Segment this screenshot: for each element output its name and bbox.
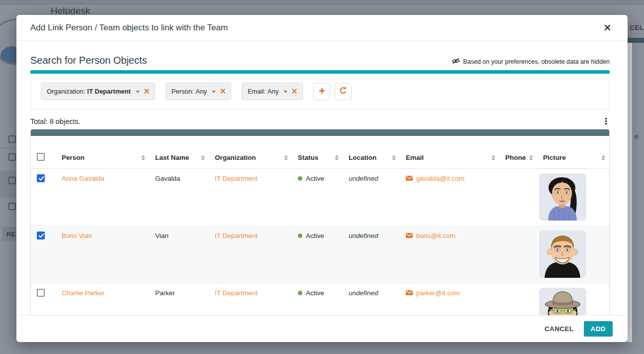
page-scrollbar [628,43,632,342]
status-dot [298,291,302,295]
status-dot [298,176,302,181]
remove-filter-icon[interactable] [220,88,225,95]
avatar-boris [539,231,586,278]
background-top-bar [0,0,644,5]
close-icon[interactable] [602,22,613,33]
background-section-bar [628,38,644,43]
eye-slash-icon [452,58,460,66]
accent-divider [30,70,610,74]
person-link[interactable]: Anna Gavalda [62,175,104,182]
modal-header: Add Link Person / Team objects to link w… [16,15,628,41]
location-cell: undefined [349,289,378,297]
filter-value: Any [196,88,207,95]
column-header-last-name[interactable]: Last Name [150,136,210,169]
cancel-button[interactable]: CANCEL [545,325,574,333]
organization-link[interactable]: IT Department [215,289,258,297]
sort-icon[interactable] [529,155,533,160]
last-name-cell: Parker [155,289,175,297]
location-cell: undefined [349,175,378,182]
kebab-menu-icon[interactable] [602,117,610,125]
caret-down-icon[interactable] [283,91,287,93]
filter-value: Any [268,88,278,95]
sort-icon[interactable] [141,155,145,160]
search-section-title: Search for Person Objects [30,55,147,66]
add-button[interactable]: ADD [584,321,613,337]
filter-panel: Organization: IT Department Person: Any … [30,74,610,110]
filter-label: Email: [248,88,266,95]
row-checkbox[interactable] [37,174,45,182]
refresh-button[interactable] [335,83,352,100]
row-checkbox[interactable] [37,232,45,239]
column-header-organization[interactable]: Organization [210,136,293,169]
organization-link[interactable]: IT Department [215,175,258,182]
add-link-modal: Add Link Person / Team objects to link w… [16,15,628,342]
filter-chip-person[interactable]: Person: Any [166,83,231,100]
filter-label: Person: [172,88,194,95]
column-header-status[interactable]: Status [293,136,344,169]
select-all-checkbox[interactable] [37,153,45,161]
filter-value: IT Department [87,88,130,95]
envelope-icon [406,289,413,297]
status-badge: Active [306,232,324,239]
envelope-icon [406,175,413,182]
email-link[interactable]: parker@it.com [416,289,460,297]
modal-body: Search for Person Objects Based on your … [16,41,628,315]
status-badge: Active [306,289,324,297]
plus-icon: + [319,86,325,97]
person-link[interactable]: Charlie Parker [62,289,104,297]
column-header-email[interactable]: Email [401,136,500,169]
status-dot [298,234,302,238]
table-row: Boris Vian Vian IT Department Active und… [31,226,610,283]
status-badge: Active [306,175,324,182]
sort-icon[interactable] [491,155,495,160]
row-checkbox[interactable] [37,289,45,297]
sort-icon[interactable] [201,155,205,160]
background-divider [0,147,15,148]
add-filter-button[interactable]: + [313,83,330,100]
background-text-fragment: e [635,132,639,140]
organization-link[interactable]: IT Department [215,232,258,239]
person-link[interactable]: Boris Vian [62,232,92,239]
avatar-anna [539,173,586,221]
results-table: Person Last Name Organization Status Loc… [31,136,610,315]
remove-filter-icon[interactable] [292,88,297,95]
envelope-icon [406,232,413,239]
modal-title: Add Link Person / Team objects to link w… [30,23,228,33]
obsolete-note-text: Based on your preferences, obsolete data… [463,58,610,65]
results-table-container: Person Last Name Organization Status Loc… [30,129,610,315]
table-row: Charlie Parker Parker IT Department Acti… [31,283,610,316]
table-top-bar [31,129,609,136]
background-remove-button-partial: RE [2,227,17,241]
table-row: Anna Gavalda Gavalda IT Department Activ… [31,169,610,226]
background-row-highlight [0,171,16,197]
table-header-row: Person Last Name Organization Status Loc… [31,136,610,169]
location-cell: undefined [349,232,378,239]
filter-chip-email[interactable]: Email: Any [242,83,303,100]
last-name-cell: Gavalda [155,175,180,182]
sort-icon[interactable] [601,155,605,160]
background-checkbox [8,135,16,143]
remove-filter-icon[interactable] [144,88,149,95]
column-header-phone[interactable]: Phone [500,136,538,169]
sort-icon[interactable] [335,155,339,160]
background-checkbox [8,203,16,210]
caret-down-icon[interactable] [212,91,216,93]
column-header-picture[interactable]: Picture [538,136,610,169]
sort-icon[interactable] [284,155,288,160]
background-checkbox [8,177,16,184]
background-cancel-button-partial: CEL [630,24,644,31]
email-link[interactable]: gavalda@it.com [416,175,464,182]
filter-chip-organization[interactable]: Organization: IT Department [41,83,155,100]
last-name-cell: Vian [155,232,169,239]
background-checkbox [8,153,16,161]
refresh-icon [339,87,347,96]
modal-footer: CANCEL ADD [16,315,628,342]
filter-label: Organization: [47,88,85,95]
column-header-person[interactable]: Person [57,136,150,169]
avatar-charlie [539,288,586,315]
obsolete-data-note: Based on your preferences, obsolete data… [452,58,610,66]
sort-icon[interactable] [392,155,396,160]
caret-down-icon[interactable] [136,91,140,93]
column-header-location[interactable]: Location [344,136,401,169]
email-link[interactable]: boris@it.com [416,232,456,239]
